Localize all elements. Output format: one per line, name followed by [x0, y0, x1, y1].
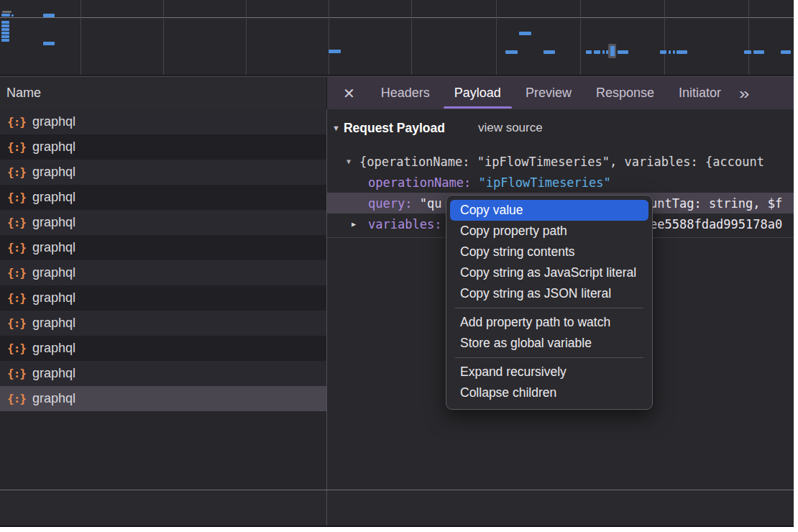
waterfall-request-bar[interactable] [1, 14, 10, 17]
tab-preview[interactable]: Preview [513, 77, 584, 109]
request-row-graphql[interactable]: {:}graphql [0, 260, 326, 285]
overview-gridline [580, 0, 581, 75]
waterfall-request-bar[interactable] [43, 14, 55, 17]
waterfall-request-bar[interactable] [669, 50, 671, 54]
row-collapsed-icon[interactable]: ▶ [352, 220, 356, 228]
request-row-graphql[interactable]: {:}graphql [0, 386, 326, 411]
panel-header-row: Name ✕ HeadersPayloadPreviewResponseInit… [0, 76, 794, 109]
json-row-operation-name[interactable]: operationName"ipFlowTimeseries" [327, 172, 794, 193]
json-preview-text: {operationName: "ipFlowTimeseries", vari… [359, 155, 764, 169]
waterfall-request-bar[interactable] [12, 14, 14, 17]
request-list: {:}graphql{:}graphql{:}graphql{:}graphql… [0, 109, 327, 490]
view-source-link[interactable]: view source [478, 121, 543, 135]
request-name-label: graphql [32, 290, 75, 306]
json-preview-row[interactable]: ▼ {operationName: "ipFlowTimeseries", va… [327, 151, 794, 172]
overview-gridline [664, 0, 665, 75]
request-table-name-header[interactable]: Name [0, 77, 327, 109]
close-icon[interactable]: ✕ [327, 86, 369, 101]
waterfall-request-bar[interactable] [618, 50, 628, 54]
json-key: query [368, 196, 420, 211]
fetch-json-icon: {:} [7, 266, 26, 280]
request-name-label: graphql [32, 341, 75, 356]
name-column-label: Name [6, 86, 41, 101]
request-row-graphql[interactable]: {:}graphql [0, 185, 326, 210]
section-title: Request Payload [344, 121, 445, 136]
request-row-graphql[interactable]: {:}graphql [0, 311, 326, 336]
network-overview-timeline[interactable] [0, 0, 794, 75]
main-split: {:}graphql{:}graphql{:}graphql{:}graphql… [0, 109, 794, 490]
waterfall-request-bar[interactable] [43, 42, 55, 45]
row-expanded-icon[interactable]: ▼ [347, 157, 351, 165]
fetch-json-icon: {:} [7, 316, 26, 330]
request-row-graphql[interactable]: {:}graphql [0, 285, 326, 311]
overview-gridline [246, 0, 247, 75]
menu-item-expand-recursively[interactable]: Expand recursively [450, 362, 648, 382]
fetch-json-icon: {:} [7, 165, 26, 179]
request-name-label: graphql [32, 114, 75, 129]
request-row-graphql[interactable]: {:}graphql [0, 361, 326, 386]
footer-left [0, 490, 327, 526]
menu-item-copy-string-as-json-literal[interactable]: Copy string as JSON literal [450, 283, 648, 304]
waterfall-request-bar[interactable] [602, 50, 605, 54]
request-name-label: graphql [32, 165, 75, 180]
more-tabs-icon[interactable]: » [739, 85, 749, 101]
waterfall-request-bar[interactable] [586, 50, 592, 54]
waterfall-request-bar[interactable] [1, 32, 9, 35]
waterfall-request-bar[interactable] [2, 11, 12, 13]
menu-item-copy-string-contents[interactable]: Copy string contents [450, 242, 648, 262]
menu-item-copy-property-path[interactable]: Copy property path [450, 221, 648, 242]
waterfall-request-bar[interactable] [505, 50, 518, 54]
request-row-graphql[interactable]: {:}graphql [0, 160, 326, 185]
request-name-label: graphql [32, 190, 75, 205]
request-row-graphql[interactable]: {:}graphql [0, 235, 326, 260]
waterfall-request-bar[interactable] [1, 24, 9, 27]
json-key: variables [368, 217, 449, 231]
overview-baseline [0, 17, 794, 18]
request-row-graphql[interactable]: {:}graphql [0, 336, 326, 361]
waterfall-request-bar[interactable] [673, 50, 675, 54]
waterfall-request-bar[interactable] [677, 50, 687, 54]
menu-item-store-as-global-variable[interactable]: Store as global variable [450, 333, 648, 354]
waterfall-request-bar[interactable] [606, 50, 608, 54]
waterfall-request-bar[interactable] [1, 21, 9, 24]
waterfall-request-bar[interactable] [1, 39, 9, 42]
tab-payload[interactable]: Payload [442, 77, 513, 109]
fetch-json-icon: {:} [7, 291, 26, 305]
fetch-json-icon: {:} [7, 341, 26, 355]
request-name-label: graphql [32, 316, 75, 331]
menu-item-copy-value[interactable]: Copy value [450, 200, 648, 221]
waterfall-request-bar[interactable] [544, 50, 555, 54]
menu-item-copy-string-as-javascript-literal[interactable]: Copy string as JavaScript literal [450, 262, 648, 283]
waterfall-request-bar[interactable] [1, 35, 9, 38]
request-row-graphql[interactable]: {:}graphql [0, 109, 326, 134]
request-row-graphql[interactable]: {:}graphql [0, 134, 326, 160]
tab-initiator[interactable]: Initiator [666, 77, 733, 109]
tab-response[interactable]: Response [584, 77, 666, 109]
detail-tab-bar: ✕ HeadersPayloadPreviewResponseInitiator… [327, 77, 794, 109]
request-name-label: graphql [32, 391, 75, 406]
waterfall-request-bar[interactable] [781, 50, 791, 54]
fetch-json-icon: {:} [7, 140, 26, 154]
waterfall-request-bar[interactable] [594, 50, 600, 54]
menu-item-add-property-path-to-watch[interactable]: Add property path to watch [450, 312, 648, 333]
waterfall-request-bar[interactable] [753, 50, 764, 54]
fetch-json-icon: {:} [7, 191, 26, 204]
section-expanded-icon[interactable]: ▼ [332, 124, 340, 132]
waterfall-request-bar[interactable] [610, 46, 615, 56]
menu-item-collapse-children[interactable]: Collapse children [450, 382, 648, 403]
waterfall-request-bar[interactable] [1, 28, 9, 31]
panel-footer-strip [0, 490, 794, 526]
tabs-container: HeadersPayloadPreviewResponseInitiator [369, 77, 733, 109]
json-string-value: "ipFlowTimeseries" [479, 175, 611, 190]
overview-gridline [329, 0, 329, 75]
waterfall-request-bar[interactable] [744, 50, 751, 54]
footer-right [327, 490, 794, 526]
waterfall-request-bar[interactable] [660, 50, 666, 54]
waterfall-request-bar[interactable] [329, 50, 341, 53]
overview-gridline [496, 0, 497, 75]
request-row-graphql[interactable]: {:}graphql [0, 210, 326, 235]
tab-headers[interactable]: Headers [369, 77, 442, 109]
request-payload-section-header[interactable]: ▼ Request Payload view source [332, 118, 794, 138]
waterfall-request-bar[interactable] [519, 32, 531, 35]
json-value-suffix: untTag: string, $f [650, 196, 782, 211]
